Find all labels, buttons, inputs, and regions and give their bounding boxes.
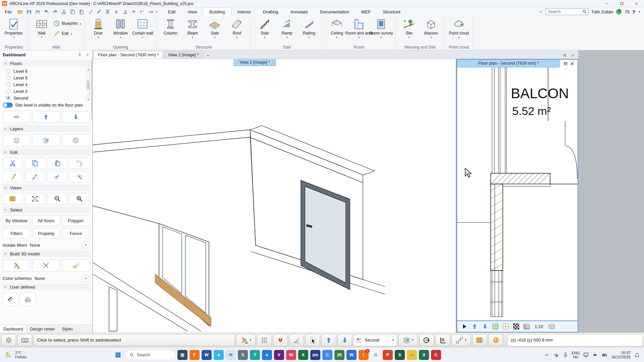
panel-tab-dashboard[interactable]: Dashboard xyxy=(0,325,27,333)
arrow-down-blue-button[interactable] xyxy=(481,323,489,330)
3d-view-canvas[interactable]: View 2 [Image] * xyxy=(93,59,457,333)
select-button-property[interactable]: Property xyxy=(32,228,60,239)
taskbar-app-mail[interactable]: ✉ xyxy=(226,350,236,360)
document-tab[interactable]: View 2 [Image] * xyxy=(164,51,203,59)
copy-props-button[interactable] xyxy=(69,158,90,169)
menu-tab-edit[interactable]: Edit xyxy=(162,7,181,16)
menu-tab-interior[interactable]: Interior xyxy=(231,7,257,16)
taskbar-app-powerpoint[interactable]: P xyxy=(383,350,393,360)
select-cursor-button[interactable] xyxy=(305,334,320,346)
select-button-polygon[interactable]: Polygon xyxy=(62,215,90,226)
stretch-button[interactable] xyxy=(47,171,67,182)
copy-button[interactable] xyxy=(25,158,45,169)
section-header-user-defined[interactable]: User defined xyxy=(2,284,90,290)
taskbar-app-wps[interactable]: W xyxy=(346,350,357,360)
hatch-lines-button[interactable] xyxy=(3,293,18,306)
help-caret-icon[interactable]: ▼ xyxy=(638,10,641,13)
cut-button[interactable] xyxy=(60,8,68,15)
view2-caption-tab[interactable]: View 2 [Image] * xyxy=(234,59,276,66)
ribbon-button-railing[interactable]: Railing▼ xyxy=(298,17,320,39)
eye-edit-button[interactable] xyxy=(69,171,90,182)
build-partial-button[interactable] xyxy=(62,259,90,272)
snap-corner-button[interactable] xyxy=(139,8,147,15)
grid-green-button[interactable] xyxy=(492,323,499,330)
start-button[interactable] xyxy=(113,350,123,360)
snap-delete-button[interactable] xyxy=(130,8,138,15)
layers-stack-button[interactable] xyxy=(3,134,30,146)
ribbon-button-ceiling[interactable]: Ceiling▼ xyxy=(326,17,348,39)
floor-level-option[interactable]: Level 4 xyxy=(6,81,90,88)
taskbar-app-edge-round[interactable]: e xyxy=(214,350,224,360)
floor-level-option[interactable]: Second xyxy=(6,95,90,101)
grid-dots-button[interactable] xyxy=(257,334,272,346)
ribbon-button-room-survey[interactable]: Room survey▼ xyxy=(370,17,392,39)
pin-icon[interactable] xyxy=(77,53,82,57)
section-header-layers[interactable]: Layers xyxy=(2,125,90,132)
ribbon-button-door[interactable]: Door▼ xyxy=(87,17,109,39)
gear-button[interactable] xyxy=(1,334,16,346)
select-button-fence[interactable]: Fence xyxy=(62,228,90,239)
taskbar-app-clion[interactable]: C xyxy=(431,350,441,360)
file-menu[interactable]: File xyxy=(0,9,16,14)
taskbar-app-firefox[interactable]: F xyxy=(190,350,200,360)
taskbar-app-alerts[interactable]: !1 xyxy=(359,350,369,360)
trash-button[interactable] xyxy=(104,8,112,15)
layers-hatch-button[interactable] xyxy=(523,323,530,330)
scale-indicator[interactable]: 1:10 xyxy=(535,324,543,329)
redo-button[interactable] xyxy=(51,8,59,15)
restore-window-icon[interactable] xyxy=(564,62,568,66)
ribbon-button-wall[interactable]: Wall▼ xyxy=(31,17,53,39)
save-button[interactable] xyxy=(25,8,33,15)
taskbar-app-google[interactable]: G xyxy=(371,350,381,360)
tools-crossed-button[interactable] xyxy=(32,259,60,272)
taskbar-app-excel-alt[interactable]: X xyxy=(419,350,429,360)
house-3d-button[interactable] xyxy=(20,293,36,306)
relative-coord-button[interactable]: R xyxy=(435,334,450,346)
plus-question-button[interactable]: +? xyxy=(147,8,155,15)
angle-snap-button[interactable] xyxy=(289,334,304,346)
line-segment-button[interactable]: ▼ xyxy=(451,334,471,346)
taskbar-app-x-app[interactable]: X xyxy=(238,350,248,360)
panel-tab-styles[interactable]: Styles xyxy=(59,326,77,333)
ribbon-button-properties[interactable]: Properties▼ xyxy=(3,17,25,39)
taskbar-app-excel[interactable]: X xyxy=(298,350,308,360)
box-3d-button[interactable] xyxy=(547,322,556,331)
taskbar-app-wallet[interactable]: W xyxy=(286,350,296,360)
taskbar-app-zoom[interactable]: zm xyxy=(310,350,320,360)
floorplan-window[interactable]: Floor plan - Second (7630 mm) * BALCON xyxy=(457,59,578,333)
ribbon-button-beam[interactable]: Beam▼ xyxy=(181,17,204,39)
onedrive-icon[interactable]: i xyxy=(553,352,559,358)
select-button-by-window[interactable]: By Window xyxy=(3,215,30,226)
panel-tab-design-center[interactable]: Design center xyxy=(27,326,59,333)
zoom-in-button[interactable] xyxy=(69,193,90,204)
export-arrow-button[interactable] xyxy=(419,334,434,346)
taskbar-app-folder[interactable]: ▱ xyxy=(407,350,417,360)
section-header-select[interactable]: Select xyxy=(2,206,90,213)
minimize-button[interactable] xyxy=(600,0,614,7)
floors-scrollbar[interactable]: ▲▼ xyxy=(86,68,90,101)
ribbon-button-slab[interactable]: Slab▼ xyxy=(204,17,226,39)
pen-button[interactable] xyxy=(95,8,103,15)
ribbon-button-site[interactable]: Site▼ xyxy=(398,17,420,39)
weather-widget[interactable]: 2°CFelhős xyxy=(0,351,64,359)
language-switcher[interactable]: ENGHU xyxy=(572,351,580,359)
brush-button[interactable] xyxy=(86,8,94,15)
menu-tab-building[interactable]: Building xyxy=(203,7,231,16)
taskbar-app-teams[interactable]: T xyxy=(250,350,260,360)
render-ball-button[interactable] xyxy=(488,334,503,346)
section-header-views[interactable]: Views xyxy=(2,184,90,191)
display-icon[interactable] xyxy=(583,352,589,358)
floor-level-option[interactable]: Level 6 xyxy=(6,68,90,74)
floorplan-caption[interactable]: Floor plan - Second (7630 mm) * xyxy=(457,60,560,67)
section-header-edit[interactable]: Edit xyxy=(2,149,90,156)
close-panel-icon[interactable] xyxy=(85,53,90,57)
play-button[interactable] xyxy=(461,323,468,330)
arrow-up-blue-button[interactable] xyxy=(471,323,478,330)
isolate-filters-dropdown[interactable]: ▼ xyxy=(82,242,90,248)
cut-button[interactable] xyxy=(3,158,23,169)
ribbon-button-roof[interactable]: Roof▼ xyxy=(226,17,248,39)
copy-button[interactable] xyxy=(69,8,77,15)
new-tab-button[interactable]: + xyxy=(204,52,212,59)
snap-perp-button[interactable] xyxy=(121,8,129,15)
close-window-icon[interactable] xyxy=(570,62,574,66)
